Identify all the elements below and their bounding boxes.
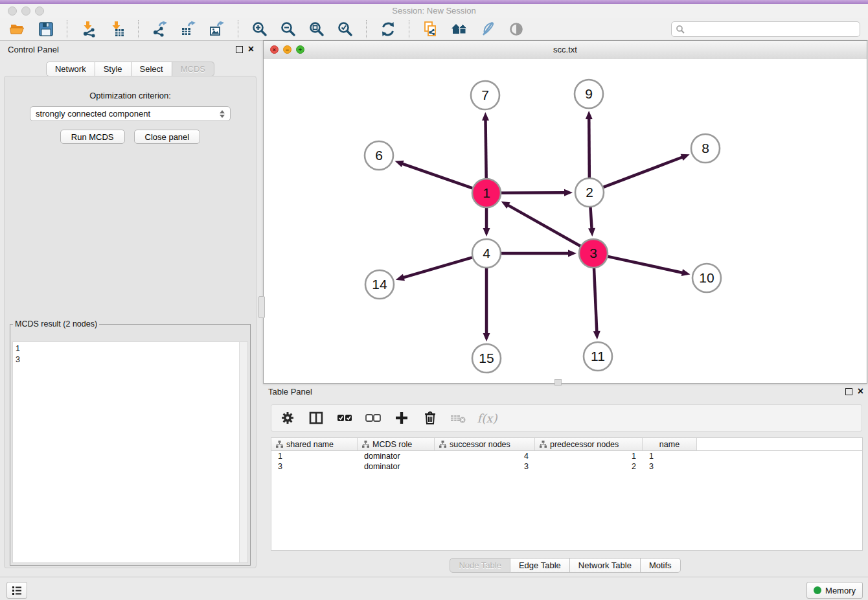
tab-network-table[interactable]: Network Table <box>570 558 641 573</box>
table-tabs: Node TableEdge TableNetwork TableMotifs <box>263 558 867 573</box>
save-session-button[interactable] <box>36 19 56 39</box>
hide-style-icon <box>479 21 496 38</box>
table-cell[interactable]: 2 <box>535 462 643 471</box>
eye-icon <box>508 21 525 38</box>
clone-network-button[interactable] <box>421 19 440 39</box>
float-panel-icon[interactable] <box>845 388 852 395</box>
table-row[interactable]: 3dominator323 <box>271 461 862 472</box>
export-table-icon <box>180 21 197 38</box>
table-cell[interactable]: dominator <box>358 452 435 461</box>
column-header-predecessor-nodes[interactable]: predecessor nodes <box>535 438 643 450</box>
unselect-all-button[interactable] <box>362 408 384 428</box>
graph-edge-arrowhead <box>482 112 489 121</box>
graph-node-label: 15 <box>479 351 494 365</box>
column-header-name[interactable]: name <box>643 438 697 450</box>
table-row[interactable]: 1dominator411 <box>271 451 862 461</box>
graph-edge-arrowhead <box>681 269 691 276</box>
add-button[interactable] <box>391 408 413 428</box>
memory-status-icon <box>814 586 821 594</box>
toolbar-divider <box>409 20 410 38</box>
graph-edge-1-7[interactable] <box>486 120 486 178</box>
graph-edge-4-14[interactable] <box>403 257 472 277</box>
column-header-label: predecessor nodes <box>550 440 619 449</box>
table-cell[interactable]: 3 <box>643 462 697 471</box>
open-session-button[interactable] <box>8 19 27 39</box>
tab-style[interactable]: Style <box>95 62 131 76</box>
graph-svg[interactable]: 1234678910111415 <box>264 59 867 383</box>
graph-edge-1-2[interactable] <box>501 192 565 193</box>
graph-edge-2-9[interactable] <box>589 119 589 178</box>
column-header-successor-nodes[interactable]: successor nodes <box>435 438 535 450</box>
task-history-button[interactable] <box>6 582 27 599</box>
function-icon: f(x) <box>477 411 497 425</box>
close-panel-button[interactable]: Close panel <box>134 130 201 144</box>
criterion-select[interactable]: strongly connected component <box>30 106 231 121</box>
tab-network[interactable]: Network <box>46 62 95 76</box>
close-panel-icon[interactable]: × <box>248 45 254 53</box>
toolbar-divider <box>138 20 139 38</box>
save-icon <box>38 21 54 38</box>
network-window-titlebar[interactable]: × − + scc.txt <box>264 41 867 60</box>
toggle-visibility-button[interactable] <box>507 19 526 39</box>
import-network-icon <box>80 21 97 38</box>
control-panel-tabs: NetworkStyleSelectMCDS <box>3 62 258 76</box>
export-image-button[interactable] <box>207 19 227 39</box>
network-canvas[interactable]: 1234678910111415 <box>264 59 867 383</box>
tab-node-table[interactable]: Node Table <box>450 558 510 573</box>
table-cell[interactable]: dominator <box>358 462 435 471</box>
select-all-button[interactable] <box>334 408 356 428</box>
hide-style-button[interactable] <box>478 19 497 39</box>
tab-select[interactable]: Select <box>131 62 172 76</box>
import-network-button[interactable] <box>79 19 98 39</box>
refresh-layout-button[interactable] <box>378 19 398 39</box>
show-all-networks-button[interactable] <box>450 19 469 39</box>
zoom-fit-button[interactable] <box>307 19 326 39</box>
memory-button[interactable]: Memory <box>806 582 863 599</box>
function-builder-button: f(x) <box>476 408 498 428</box>
graph-edge-3-1[interactable] <box>508 205 580 246</box>
graph-edge-2-3[interactable] <box>590 207 591 229</box>
column-header-shared-name[interactable]: shared name <box>271 438 358 450</box>
toggle-columns-button[interactable] <box>305 408 327 428</box>
plus-icon <box>394 410 409 426</box>
table-cell[interactable]: 3 <box>271 462 358 471</box>
graph-edge-arrowhead <box>396 274 405 281</box>
toolbar-divider <box>366 20 367 38</box>
table-cell[interactable]: 3 <box>435 462 535 471</box>
export-table-button[interactable] <box>179 19 198 39</box>
graph-edge-arrowhead <box>568 250 577 257</box>
tab-motifs[interactable]: Motifs <box>641 558 681 573</box>
zoom-out-button[interactable] <box>279 19 298 39</box>
table-cell[interactable]: 1 <box>643 452 697 461</box>
zoom-in-button[interactable] <box>250 19 269 39</box>
delete-table-button <box>448 408 470 428</box>
graph-edge-1-6[interactable] <box>402 164 472 189</box>
graph-node-label: 4 <box>483 246 490 260</box>
graph-edge-3-11[interactable] <box>594 268 597 332</box>
graph-edge-2-8[interactable] <box>604 157 683 187</box>
run-mcds-button[interactable]: Run MCDS <box>60 130 125 144</box>
float-panel-icon[interactable] <box>236 46 243 53</box>
export-network-button[interactable] <box>150 19 170 39</box>
search-input[interactable] <box>687 24 856 35</box>
panel-divider-grip-vertical[interactable] <box>258 296 265 318</box>
column-header-MCDS-role[interactable]: MCDS role <box>358 438 435 450</box>
mcds-result-box[interactable]: 1 3 <box>12 341 248 563</box>
zoom-selected-button[interactable] <box>336 19 355 39</box>
delete-button[interactable] <box>419 408 441 428</box>
toolbar-divider <box>67 20 68 38</box>
graph-node-label: 8 <box>702 141 709 156</box>
list-icon <box>11 584 23 596</box>
search-box[interactable] <box>671 21 860 37</box>
table-cell[interactable]: 1 <box>535 452 643 461</box>
table-cell[interactable]: 4 <box>435 452 535 461</box>
mcds-result-fieldset: MCDS result (2 nodes) 1 3 <box>10 319 251 566</box>
table-cell[interactable]: 1 <box>271 452 358 461</box>
graph-edge-3-10[interactable] <box>608 257 682 273</box>
close-panel-icon[interactable]: × <box>858 387 863 395</box>
mcds-result-scrollbar[interactable] <box>239 342 247 562</box>
tab-mcds[interactable]: MCDS <box>172 62 214 76</box>
table-settings-button[interactable] <box>277 408 299 428</box>
tab-edge-table[interactable]: Edge Table <box>510 558 570 573</box>
import-table-button[interactable] <box>108 19 127 39</box>
